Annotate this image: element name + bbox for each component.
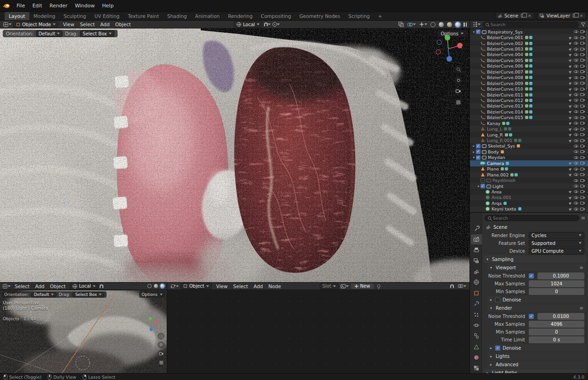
outliner-row[interactable]: BézierCurve.004 (470, 52, 588, 57)
selectable-icon[interactable] (569, 81, 572, 85)
outliner-row[interactable]: BézierCurve.009 (470, 80, 588, 86)
slot-dropdown[interactable]: Slot (320, 283, 339, 289)
hide-in-viewport-icon[interactable] (574, 30, 578, 33)
editor-type-button[interactable] (3, 21, 11, 28)
tab-object-data-properties[interactable] (471, 342, 482, 352)
ortho-grid-icon[interactable] (158, 359, 164, 366)
disable-in-render-icon[interactable] (580, 110, 584, 113)
options-button[interactable]: Options (139, 291, 165, 298)
hide-in-viewport-icon[interactable] (574, 76, 578, 79)
shading-wireframe-icon[interactable] (430, 21, 435, 28)
drag-dropdown[interactable]: Select Box (73, 292, 104, 297)
orientation-dropdown[interactable]: Default (31, 292, 57, 297)
selectable-icon[interactable] (569, 70, 572, 74)
dropdown-field[interactable]: GPU Compute (529, 248, 584, 255)
panel-header-viewport[interactable]: ▾Viewport≡ (487, 264, 586, 271)
number-field[interactable]: 0 s (529, 336, 584, 343)
menu-item[interactable]: Help (98, 1, 117, 10)
panel-header-sampling[interactable]: ▾Sampling (484, 255, 586, 263)
tab-tool-properties[interactable] (471, 224, 482, 233)
workspace-tab[interactable]: UV Editing (90, 12, 124, 20)
outliner-row[interactable]: BézierCurve.010 (470, 86, 588, 91)
hide-in-viewport-icon[interactable] (574, 202, 578, 204)
disable-in-render-icon[interactable] (580, 202, 584, 204)
tab-modifiers-properties[interactable] (471, 299, 482, 309)
selectable-icon[interactable] (569, 196, 572, 199)
properties-search[interactable] (485, 215, 579, 221)
disable-in-render-icon[interactable] (580, 42, 584, 45)
outliner-row[interactable]: Plane.002 (470, 172, 588, 177)
outliner-row[interactable]: BézierCurve.008 (470, 75, 588, 80)
panel-header-denoise[interactable]: ▸✓Denoise (487, 344, 586, 352)
expander-icon[interactable]: ▸ (472, 150, 476, 154)
workspace-tab[interactable]: Geometry Nodes (295, 12, 345, 20)
editor-type-button[interactable] (2, 283, 11, 289)
disable-in-render-icon[interactable] (580, 190, 584, 193)
menu-item[interactable]: File (13, 1, 28, 10)
hide-in-viewport-icon[interactable] (574, 133, 578, 136)
snap-toggle-icon[interactable] (100, 283, 103, 289)
outliner-row[interactable]: Camera (470, 160, 588, 166)
hide-in-viewport-icon[interactable] (574, 105, 578, 108)
tab-physics-properties[interactable] (471, 320, 482, 330)
expander-icon[interactable]: ▾ (476, 184, 481, 188)
panel-header-lights[interactable]: ▸Lights (487, 352, 586, 360)
disable-in-render-icon[interactable] (580, 139, 584, 142)
menu-item[interactable]: Window (71, 1, 98, 10)
selectable-icon[interactable] (569, 35, 572, 39)
pan-control-icon[interactable] (158, 341, 164, 348)
zoom-control-icon[interactable] (454, 65, 462, 73)
workspace-tab[interactable]: Shading (163, 12, 191, 20)
hide-in-viewport-icon[interactable] (574, 82, 578, 85)
node-editor-canvas[interactable] (167, 290, 469, 373)
navigation-gizmo[interactable] (434, 34, 463, 63)
disable-in-render-icon[interactable] (580, 105, 584, 108)
disable-in-render-icon[interactable] (580, 208, 584, 210)
disable-in-render-icon[interactable] (580, 82, 584, 85)
dropdown-field[interactable]: Cycles (529, 232, 584, 239)
camera-view-icon[interactable] (454, 87, 462, 95)
disable-in-render-icon[interactable] (580, 150, 584, 153)
workspace-tab[interactable]: Texture Paint (124, 12, 163, 20)
workspace-tab[interactable]: Layout (5, 12, 29, 20)
number-field[interactable]: 4096 (529, 321, 584, 328)
collection-checkbox[interactable]: ✓ (476, 144, 481, 148)
shading-wireframe-icon[interactable] (147, 283, 152, 289)
shading-material-icon[interactable] (447, 21, 452, 28)
snap-toggle-icon[interactable] (450, 283, 454, 289)
outliner-row[interactable]: BézierCurve.014 (470, 109, 588, 114)
outliner-row[interactable]: BézierCurve.002 (470, 40, 588, 46)
outliner-row[interactable]: BézierCurve.015 (470, 115, 588, 120)
disable-in-render-icon[interactable] (580, 133, 584, 136)
panel-header-denoise[interactable]: ▸Denoise (487, 296, 586, 303)
hide-in-viewport-icon[interactable] (574, 139, 578, 142)
snap-toggle-icon[interactable] (264, 21, 271, 28)
menu-item[interactable]: Object (47, 283, 68, 289)
outliner-row[interactable]: ▸✓Body (470, 149, 588, 154)
hide-in-viewport-icon[interactable] (574, 110, 578, 113)
scene-selector[interactable]: Scene × (495, 12, 535, 19)
outliner-row[interactable]: ▾✓Respiratory_Sys (470, 29, 588, 34)
hide-in-viewport-icon[interactable] (574, 162, 578, 164)
outliner-row[interactable]: Area (470, 189, 588, 194)
panel-menu-icon[interactable]: ≡ (580, 306, 583, 311)
disable-in-render-icon[interactable] (580, 70, 584, 73)
outliner-row[interactable]: Lung_R (470, 132, 588, 137)
outliner-row[interactable]: Kanay (470, 120, 588, 126)
outliner-row[interactable]: BézierCurve.001 (470, 34, 588, 40)
drag-dropdown[interactable]: Select Box (80, 30, 114, 37)
selectable-icon[interactable] (569, 58, 572, 62)
collection-checkbox[interactable]: ✓ (481, 184, 485, 188)
remove-viewlayer-icon[interactable]: × (579, 13, 584, 18)
menu-item[interactable]: Node (266, 283, 283, 289)
outliner-row[interactable]: BézierCurve.006 (470, 63, 588, 69)
gizmos-dropdown[interactable] (419, 21, 427, 28)
outliner-editor-icon[interactable] (472, 21, 481, 28)
camera-viewport-canvas[interactable]: Orientation: Default Drag: Select Box Op… (0, 290, 167, 373)
workspace-tab[interactable]: Sculpting (59, 12, 90, 20)
selectable-icon[interactable] (569, 138, 572, 142)
disable-in-render-icon[interactable] (580, 185, 584, 187)
tab-texture-properties[interactable] (471, 363, 482, 373)
new-node-tree-button[interactable]: New (351, 283, 374, 289)
xray-toggle-icon[interactable] (398, 21, 404, 28)
